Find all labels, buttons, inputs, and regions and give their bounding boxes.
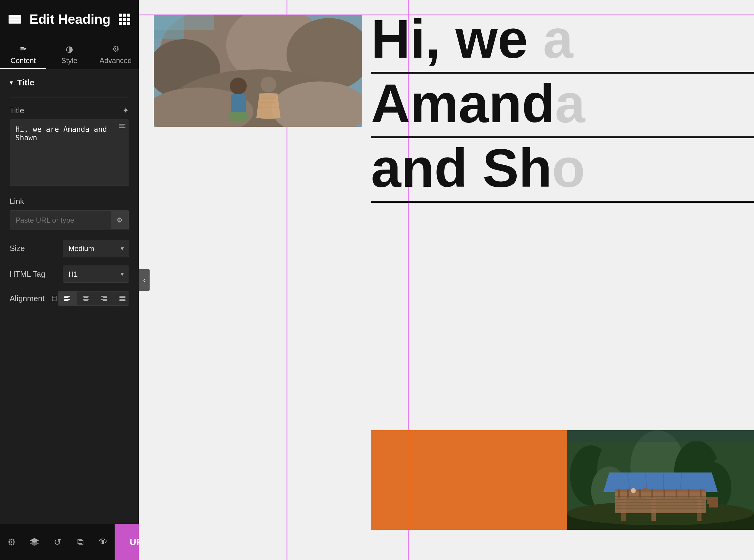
hamburger-button[interactable]: [8, 15, 21, 24]
heading-line-2-faded: a: [555, 73, 585, 134]
heading-line-3-text: Sh: [483, 138, 552, 198]
collapse-panel-button[interactable]: ‹: [139, 269, 149, 291]
title-section-header: ▾ Title: [9, 78, 129, 87]
svg-rect-15: [119, 300, 125, 301]
panel-content-area: ▾ Title Title ✦ Hi, we are Amanda and Sh…: [0, 69, 139, 524]
tab-content[interactable]: ✏ Content: [0, 39, 46, 69]
size-field-row: Size Small Medium Large XL XXL: [9, 240, 129, 257]
svg-rect-11: [103, 300, 107, 301]
svg-rect-4: [83, 296, 89, 297]
align-justify-button[interactable]: [114, 292, 129, 305]
contrast-icon: ◑: [66, 44, 73, 54]
tab-advanced[interactable]: ⚙ Advanced: [93, 39, 139, 69]
html-tag-field-row: HTML Tag H1 H2 H3 H4 H5 H6 div span p: [9, 265, 129, 283]
link-field-label: Link: [9, 197, 24, 206]
panel-title: Edit Heading: [29, 12, 111, 27]
svg-rect-67: [700, 489, 701, 498]
svg-rect-61: [627, 489, 629, 498]
align-left-button[interactable]: [58, 292, 77, 305]
svg-rect-6: [83, 299, 89, 300]
size-select-wrapper: Small Medium Large XL XXL: [63, 240, 129, 257]
svg-rect-5: [84, 297, 88, 298]
canvas-area: Hi, we a Amanda and Sho: [139, 0, 754, 560]
tab-advanced-label: Advanced: [100, 56, 132, 65]
heading-line-2: Amanda: [371, 74, 754, 138]
alignment-buttons: [58, 291, 129, 306]
bottom-icon-group: ⚙ ↺ ⧉ 👁: [0, 524, 115, 560]
svg-rect-2: [64, 299, 70, 300]
svg-rect-3: [64, 300, 68, 301]
svg-point-68: [631, 488, 636, 493]
align-center-button[interactable]: [77, 292, 95, 305]
title-field-label-row: Title ✦: [9, 106, 129, 115]
svg-rect-8: [101, 296, 107, 297]
preview-button[interactable]: 👁: [92, 524, 115, 560]
dynamic-tags-button[interactable]: [119, 124, 125, 128]
orange-divider-line: [410, 430, 411, 530]
copy-layout-button[interactable]: ⧉: [69, 524, 92, 560]
heading-line-1-faded: a: [543, 9, 573, 69]
gear-icon: ⚙: [112, 44, 119, 54]
svg-rect-7: [84, 300, 88, 301]
svg-rect-73: [567, 430, 754, 442]
svg-rect-63: [651, 489, 653, 498]
heading-line-2-text: Amand: [371, 73, 555, 134]
svg-rect-9: [103, 297, 107, 298]
pencil-icon: ✏: [20, 44, 26, 54]
svg-rect-65: [676, 489, 677, 498]
title-input-container: Hi, we are Amanda and Shawn: [9, 119, 129, 187]
screen-responsive-icon: 🖥: [50, 294, 58, 303]
svg-rect-62: [639, 489, 641, 498]
bottom-bar: ⚙ ↺ ⧉ 👁 UPDATE ▲: [0, 524, 139, 560]
tab-style-label: Style: [61, 56, 77, 65]
heading-text-area: Hi, we a Amanda and Sho: [371, 9, 754, 203]
svg-point-69: [643, 487, 648, 493]
svg-rect-13: [119, 297, 125, 298]
align-right-button[interactable]: [95, 292, 114, 305]
grid-apps-button[interactable]: [119, 14, 130, 25]
orange-section: [371, 430, 754, 530]
couple-scene-svg: [154, 15, 362, 127]
treehouse-photo: [567, 430, 754, 530]
svg-rect-28: [229, 112, 247, 121]
link-field-row: Link ⚙: [9, 197, 129, 230]
link-input-container: ⚙: [9, 210, 129, 230]
svg-rect-14: [119, 299, 125, 300]
heading-line-3: and Sho: [371, 138, 754, 203]
tab-content-label: Content: [11, 56, 36, 65]
history-button[interactable]: ↺: [46, 524, 69, 560]
link-field-label-row: Link: [9, 197, 129, 206]
size-select[interactable]: Small Medium Large XL XXL: [63, 240, 129, 257]
title-textarea[interactable]: Hi, we are Amanda and Shawn: [9, 119, 129, 186]
html-tag-select[interactable]: H1 H2 H3 H4 H5 H6 div span p: [63, 265, 129, 283]
layers-icon: [119, 124, 125, 128]
link-input[interactable]: [10, 211, 111, 230]
svg-rect-34: [154, 15, 214, 30]
svg-rect-1: [64, 297, 68, 298]
svg-rect-66: [688, 489, 690, 498]
heading-line-3-faded: o: [552, 138, 585, 198]
svg-rect-12: [119, 296, 125, 297]
svg-rect-70: [706, 497, 718, 500]
tab-style[interactable]: ◑ Style: [46, 39, 92, 69]
ai-sparkle-icon[interactable]: ✦: [122, 106, 129, 115]
html-tag-select-wrapper: H1 H2 H3 H4 H5 H6 div span p: [63, 265, 129, 283]
heading-line-1: Hi, we a: [371, 9, 754, 74]
panel-tabs: ✏ Content ◑ Style ⚙ Advanced: [0, 39, 139, 69]
alignment-label-group: Alignment 🖥: [9, 294, 58, 303]
link-settings-button[interactable]: ⚙: [111, 211, 128, 229]
link-dynamic-button[interactable]: [128, 211, 129, 229]
panel-header: Edit Heading: [0, 0, 139, 39]
svg-rect-71: [707, 500, 718, 504]
svg-rect-72: [709, 504, 718, 507]
couple-photo: [154, 15, 362, 127]
svg-point-29: [261, 77, 276, 92]
settings-bottom-button[interactable]: ⚙: [0, 524, 23, 560]
svg-rect-60: [618, 489, 620, 498]
size-label: Size: [9, 244, 25, 253]
section-collapse-arrow[interactable]: ▾: [9, 79, 13, 86]
layers-bottom-button[interactable]: [23, 524, 46, 560]
title-field-row: Title ✦ Hi, we are Amanda and Shawn: [9, 106, 129, 187]
alignment-field-row: Alignment 🖥: [9, 291, 129, 306]
svg-rect-10: [101, 299, 107, 300]
